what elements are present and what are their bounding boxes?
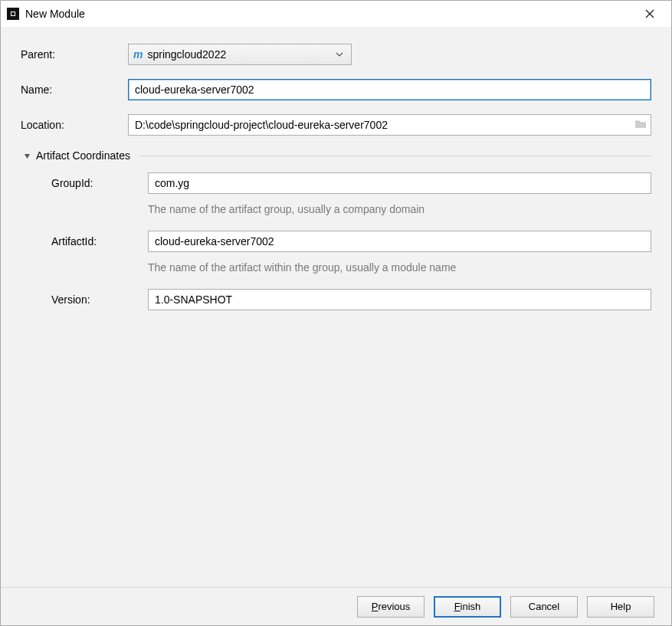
artifactid-input[interactable] [148,231,651,252]
artifactid-row: ArtifactId: [21,231,651,252]
groupid-input[interactable] [148,172,651,194]
version-input[interactable] [148,289,651,310]
groupid-label: GroupId: [21,177,128,189]
location-row: Location: [21,114,651,136]
parent-row: Parent: m springcloud2022 [21,44,651,65]
groupid-hint: The name of the artifact group, usually … [128,203,651,215]
finish-rest: inish [461,601,481,612]
window-title: New Module [25,8,634,20]
version-row: Version: [21,289,651,310]
name-input[interactable] [128,79,651,100]
dialog-content: Parent: m springcloud2022 Name: Location… [1,27,671,587]
maven-icon: m [133,48,143,61]
parent-combo[interactable]: m springcloud2022 [128,44,352,65]
title-bar: New Module [1,1,671,27]
artifactid-label: ArtifactId: [21,235,128,247]
finish-button[interactable]: Finish [434,596,501,618]
artifact-section-title: Artifact Coordinates [36,149,130,162]
close-button[interactable] [634,1,665,27]
name-label: Name: [21,84,128,96]
collapse-icon [21,152,33,159]
location-input[interactable] [128,114,651,136]
artifactid-hint: The name of the artifact within the grou… [128,261,651,274]
cancel-button[interactable]: Cancel [510,596,578,618]
previous-button[interactable]: Previous [357,596,425,618]
help-button[interactable]: Help [587,596,654,618]
location-label: Location: [21,119,128,131]
parent-value: springcloud2022 [147,48,333,61]
app-icon [7,8,19,20]
name-row: Name: [21,79,651,100]
groupid-row: GroupId: [21,172,651,194]
button-bar: Previous Finish Cancel Help [1,587,671,625]
previous-rest: revious [378,601,410,612]
chevron-down-icon [333,52,346,57]
svg-rect-2 [11,12,15,15]
version-label: Version: [21,293,128,306]
browse-folder-icon[interactable] [634,119,647,131]
parent-label: Parent: [21,48,128,61]
artifact-coordinates-toggle[interactable]: Artifact Coordinates [21,149,651,162]
section-rule [139,156,651,156]
